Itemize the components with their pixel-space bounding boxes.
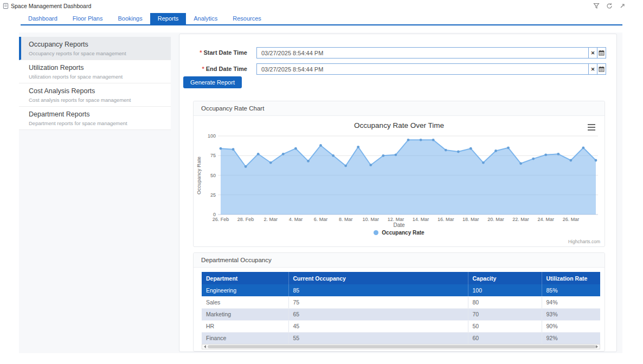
table-cell: 75 <box>288 296 468 308</box>
table-row-sales[interactable]: Sales758094% <box>202 296 600 308</box>
chart-x-axis-title: Date <box>194 222 605 228</box>
column-header-utilization-rate: Utilization Rate <box>542 272 600 284</box>
clear-icon: ✕ <box>591 67 595 72</box>
data-point <box>582 146 585 149</box>
sidebar-item-cost-analysis-reports[interactable]: Cost Analysis ReportsCost analysis repor… <box>19 83 171 107</box>
sidebar-item-occupancy-reports[interactable]: Occupancy ReportsOccupancy reports for s… <box>19 37 171 60</box>
x-tick-label: 18. Mar <box>462 217 479 222</box>
tabbar-underline <box>21 24 622 25</box>
data-point <box>282 153 285 155</box>
data-point <box>294 147 297 150</box>
tab-resources[interactable]: Resources <box>225 13 269 24</box>
tab-reports[interactable]: Reports <box>150 13 187 24</box>
data-point <box>507 146 510 149</box>
clear-icon: ✕ <box>591 50 595 56</box>
data-point <box>307 160 310 162</box>
table-cell: 94% <box>542 296 600 308</box>
y-tick-label: 50 <box>210 173 216 178</box>
sidebar-item-title: Department Reports <box>29 110 165 118</box>
x-tick-label: 26. Mar <box>563 217 580 222</box>
open-external-icon[interactable] <box>619 3 626 9</box>
x-tick-label: 4. Mar <box>289 217 303 222</box>
data-point <box>382 154 385 157</box>
y-tick-label: 25 <box>210 192 216 198</box>
x-tick-label: 26. Feb <box>213 217 229 222</box>
x-tick-label: 10. Mar <box>363 217 380 222</box>
tab-analytics[interactable]: Analytics <box>186 13 225 24</box>
tab-dashboard[interactable]: Dashboard <box>21 13 65 24</box>
end-datetime-input[interactable] <box>256 63 589 75</box>
table-cell: 70 <box>468 308 542 320</box>
data-point <box>344 165 347 167</box>
data-point <box>332 154 335 157</box>
scroll-left-icon[interactable] <box>204 345 206 348</box>
chart-menu-icon[interactable] <box>588 124 595 131</box>
y-tick-label: 100 <box>208 133 216 139</box>
table-cell: 80 <box>468 296 542 308</box>
x-tick-label: 2. Mar <box>264 217 278 222</box>
table-cell: 55 <box>288 332 468 344</box>
data-point <box>245 165 247 168</box>
content-wrapper: Occupancy ReportsOccupancy reports for s… <box>19 32 622 353</box>
chart-title: Occupancy Rate Over Time <box>194 121 605 129</box>
table-panel-header: Departmental Occupancy <box>194 253 605 268</box>
scroll-right-icon[interactable] <box>596 345 598 348</box>
table-cell: Engineering <box>202 284 288 296</box>
table-row-marketing[interactable]: Marketing657093% <box>202 308 600 320</box>
x-tick-label: 24. Mar <box>537 217 554 222</box>
legend-label: Occupancy Rate <box>382 230 424 236</box>
data-point <box>432 139 435 141</box>
calendar-icon <box>599 50 605 56</box>
start-clear-button[interactable]: ✕ <box>589 47 597 58</box>
table-row-finance[interactable]: Finance556092% <box>202 332 600 344</box>
table-cell: 93% <box>542 308 600 320</box>
start-calendar-button[interactable] <box>597 47 606 58</box>
start-datetime-input[interactable] <box>256 47 589 58</box>
area-series-fill <box>221 140 596 214</box>
generate-report-button[interactable]: Generate Report <box>183 76 242 88</box>
sidebar-item-subtitle: Occupancy reports for space management <box>29 50 165 56</box>
y-tick-label: 75 <box>210 153 216 158</box>
table-cell: 50 <box>468 320 542 332</box>
x-tick-label: 8. Mar <box>339 217 353 222</box>
data-point <box>532 158 535 160</box>
tab-floor-plans[interactable]: Floor Plans <box>65 13 111 24</box>
x-tick-label: 16. Mar <box>438 217 454 222</box>
data-point <box>269 161 272 164</box>
chart-panel-header: Occupancy Rate Chart <box>194 101 605 116</box>
scrollbar-thumb[interactable] <box>208 345 596 348</box>
tabbar: DashboardFloor PlansBookingsReportsAnaly… <box>21 13 269 24</box>
titlebar: Space Management Dashboard <box>0 0 643 12</box>
data-point <box>319 144 322 147</box>
refresh-icon[interactable] <box>606 3 613 9</box>
required-marker: * <box>200 49 202 56</box>
end-clear-button[interactable]: ✕ <box>589 63 597 75</box>
x-tick-label: 14. Mar <box>413 217 429 222</box>
table-row-engineering[interactable]: Engineering8510085% <box>202 284 600 296</box>
table-cell: HR <box>202 320 288 332</box>
end-datetime-label: *End Date Time <box>179 66 247 72</box>
end-calendar-button[interactable] <box>597 63 606 75</box>
filter-icon[interactable] <box>593 3 600 9</box>
x-tick-label: 22. Mar <box>512 217 529 222</box>
sidebar-item-department-reports[interactable]: Department ReportsDepartment reports for… <box>19 107 171 130</box>
table-row-hr[interactable]: HR455090% <box>202 320 600 332</box>
chart-body: Occupancy Rate Over Time 025507510026. F… <box>194 116 605 246</box>
x-tick-label: 12. Mar <box>388 217 404 222</box>
sidebar-item-utilization-reports[interactable]: Utilization ReportsUtilization reports f… <box>19 60 171 83</box>
y-axis-title: Occupancy Rate <box>196 157 202 194</box>
table-cell: 60 <box>468 332 542 344</box>
data-point <box>544 153 547 156</box>
departmental-occupancy-panel: Departmental Occupancy DepartmentCurrent… <box>193 252 605 352</box>
data-point <box>595 159 597 162</box>
start-datetime-label: *Start Date Time <box>179 49 247 56</box>
table-cell: Finance <box>202 332 288 344</box>
report-content-card: *Start Date Time ✕ *End Date Time ✕ <box>179 34 617 352</box>
table-cell: 92% <box>542 332 600 344</box>
data-point <box>519 162 522 165</box>
titlebar-actions <box>593 3 626 9</box>
chart-legend-item[interactable]: Occupancy Rate <box>194 230 605 236</box>
table-horizontal-scrollbar[interactable] <box>202 344 600 349</box>
tab-bookings[interactable]: Bookings <box>110 13 150 24</box>
data-point <box>369 164 372 166</box>
